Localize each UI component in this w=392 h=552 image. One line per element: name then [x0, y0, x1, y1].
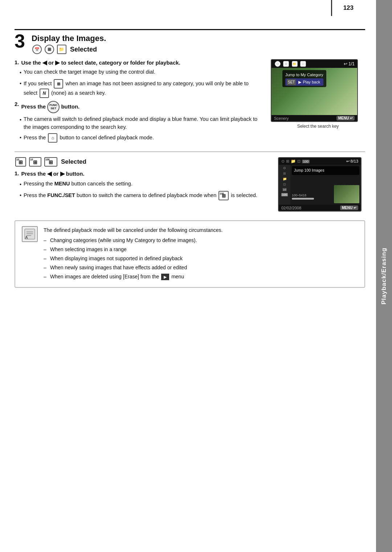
section2-instruction-1: 1. Press the ◀ or ▶ button. — [15, 170, 271, 177]
screen2-header: ⊙ ⊞ 📁 ⊡ 100 ↩ 8/13 — [279, 158, 361, 165]
sidebar-icon-1: ⊙ — [283, 166, 286, 170]
note-list: Changing categories (while using My Cate… — [44, 237, 358, 281]
bullet-dot-s1: • — [20, 181, 21, 189]
cat-icon: ⊞ — [54, 79, 63, 89]
note-svg-icon: A — [24, 228, 36, 240]
bullet-main-2: • Press the ⌂ button to cancel defined p… — [20, 133, 264, 143]
menu-item-1: Jump to My Category — [285, 71, 323, 78]
screen2-menu: Jump 100 Images — [292, 166, 359, 175]
instruction-2: 2. Press the FUNCSET button. — [15, 101, 264, 113]
section-divider — [15, 151, 365, 152]
screen2-icon-1: ⊙ — [281, 159, 285, 164]
screen1-menu: Jump to My Category SET ▶ Play back — [282, 70, 326, 87]
screen2-thumbnail — [334, 185, 359, 203]
note-content: The defined playback mode will be cancel… — [44, 226, 358, 282]
screen1-body: Jump to My Category SET ▶ Play back — [271, 68, 357, 115]
bullet-main-1: • The camera will switch to defined play… — [20, 115, 264, 131]
folder-icon: 📁 — [57, 45, 66, 54]
screen2-100-icon: 100 — [302, 160, 310, 163]
subtitle-selected-text: Selected — [70, 46, 97, 53]
screen1-menu-btn: MENU ↵ — [336, 116, 355, 120]
svg-text:A: A — [25, 235, 28, 240]
bullet-dot-s2: • — [20, 192, 21, 200]
left-instructions: 1. Use the ◀ or ▶ to select date, catego… — [15, 59, 264, 145]
screen2-menu-item: Jump 100 Images — [294, 168, 324, 172]
note-item-5: When images are deleted using [Erase] fr… — [44, 273, 358, 281]
category-icon: ⊞ — [45, 45, 54, 54]
bullet-dot-2: • — [20, 80, 21, 88]
screen2-main: Jump 100 Images 100–5418 — [290, 165, 361, 205]
bullet-item-2: • If you select ⊞ when an image has not … — [20, 79, 264, 98]
note-item-4: When newly saving images that have effec… — [44, 264, 358, 271]
date-icon: 📅 — [32, 45, 42, 54]
screen1-footer-text: Scenery — [274, 116, 289, 120]
instruction-1: 1. Use the ◀ or ▶ to select date, catego… — [15, 59, 264, 66]
sidebar-icon-3: 📁 — [283, 177, 287, 181]
camera-screen-1: ⊙ ⊞ 📁 ⊡ ↩ 1/1 Jump to My Category — [271, 59, 358, 122]
right-screen-area: ⊙ ⊞ 📁 ⊡ ↩ 1/1 Jump to My Category — [271, 59, 365, 145]
screen2-icon-3: 📁 — [291, 159, 296, 164]
screen2-icon-4: ⊡ — [297, 159, 301, 164]
none-icon: N — [40, 89, 49, 98]
arrow-left-2-icon: ◀ — [47, 171, 52, 177]
jump10-icon: 10 ⊞ — [15, 157, 26, 167]
sidebar-tab: Playback/Erasing — [376, 0, 392, 552]
bottom-right-screen: ⊙ ⊞ 📁 ⊡ 100 ↩ 8/13 ⊙ ⊞ 📁 — [278, 157, 365, 212]
screen2-menu-btn: MENU ↵ — [340, 205, 358, 210]
screen-icon-2: ⊞ — [283, 61, 289, 67]
step-title: Display the Images. — [32, 34, 106, 43]
screen-icon-4: ⊡ — [300, 61, 306, 67]
jump100-icon: 10 ⊞ — [29, 157, 41, 167]
section2-selected-text: Selected — [61, 158, 86, 165]
camera-screen-2: ⊙ ⊞ 📁 ⊡ 100 ↩ 8/13 ⊙ ⊞ 📁 — [278, 157, 362, 212]
screen1-footer: Scenery MENU ↵ — [271, 115, 357, 121]
jump1000-icon: 100 ⊞ — [44, 157, 57, 167]
step-number: 3 — [15, 32, 25, 50]
bullet-dot-m2: • — [20, 134, 21, 142]
menu-item-2: SET ▶ Play back — [285, 78, 323, 86]
screen2-icon-2: ⊞ — [286, 159, 289, 164]
sidebar-icon-2: ⊞ — [283, 172, 286, 175]
step-header: 3 Display the Images. 📅 ⊞ 📁 Selected — [15, 29, 365, 54]
content-area: 1. Use the ◀ or ▶ to select date, catego… — [15, 59, 365, 145]
sidebar-icon-5: 10 — [282, 188, 287, 191]
section2-header: 10 ⊞ 10 ⊞ 100 ⊞ Selected — [15, 157, 271, 167]
screen2-body: ⊙ ⊞ 📁 ⊡ 10 100 Jump 100 Images — [279, 165, 361, 205]
screen2-footer-date: 02/02/2008 — [281, 206, 301, 210]
play-icon: ▶ — [161, 274, 169, 280]
section2-bullet-2: • Press the FUNC./SET button to switch t… — [20, 191, 271, 200]
step-subtitle: 📅 ⊞ 📁 Selected — [32, 45, 106, 54]
menu-item-2-icon: ▶ — [298, 79, 301, 86]
arrow-right-icon: ▶ — [55, 60, 60, 66]
note-item-3: When displaying images not supported in … — [44, 255, 358, 262]
screen2-bar-label: 100–5418 — [292, 193, 332, 200]
note-item-2: When selecting images in a range — [44, 246, 358, 253]
sidebar-tab-label: Playback/Erasing — [380, 248, 388, 304]
arrow-right-2-icon: ▶ — [60, 171, 65, 177]
bottom-left: 10 ⊞ 10 ⊞ 100 ⊞ Selected — [15, 157, 271, 212]
screen-icon-1: ⊙ — [275, 61, 281, 67]
page-number-text: 123 — [343, 4, 354, 12]
note-icon: A — [22, 226, 38, 242]
screen2-header-right: ↩ 8/13 — [346, 159, 358, 164]
screen1-caption: Select the search key — [271, 124, 365, 129]
arrow-left-icon: ◀ — [42, 60, 47, 66]
bullet-item-1: • You can check the target image by usin… — [20, 68, 264, 77]
sidebar-icon-6: 100 — [281, 193, 287, 196]
home-icon: ⌂ — [48, 133, 57, 143]
100-icon: 100 ⊞ — [219, 191, 229, 200]
screen1-header: ⊙ ⊞ 📁 ⊡ ↩ 1/1 — [271, 60, 357, 68]
bullet-dot-1: • — [20, 69, 21, 77]
screen2-sidebar: ⊙ ⊞ 📁 ⊡ 10 100 — [279, 165, 290, 205]
section2-bullet-1: • Pressing the MENU button cancels the s… — [20, 180, 271, 189]
page-number: 123 — [331, 0, 360, 16]
bottom-section: 10 ⊞ 10 ⊞ 100 ⊞ Selected — [15, 157, 365, 212]
note-item-1: Changing categories (while using My Cate… — [44, 237, 358, 244]
bullet-dot-m1: • — [20, 116, 21, 124]
screen2-progress-bar — [292, 198, 314, 200]
note-box: A The defined playback mode will be canc… — [15, 220, 365, 287]
page-container: 123 3 Display the Images. 📅 ⊞ 📁 Selected — [0, 0, 392, 552]
func-set-button-icon: FUNCSET — [47, 101, 60, 113]
note-main-text: The defined playback mode will be cancel… — [44, 227, 222, 233]
screen2-footer: 02/02/2008 MENU ↵ — [279, 205, 361, 211]
